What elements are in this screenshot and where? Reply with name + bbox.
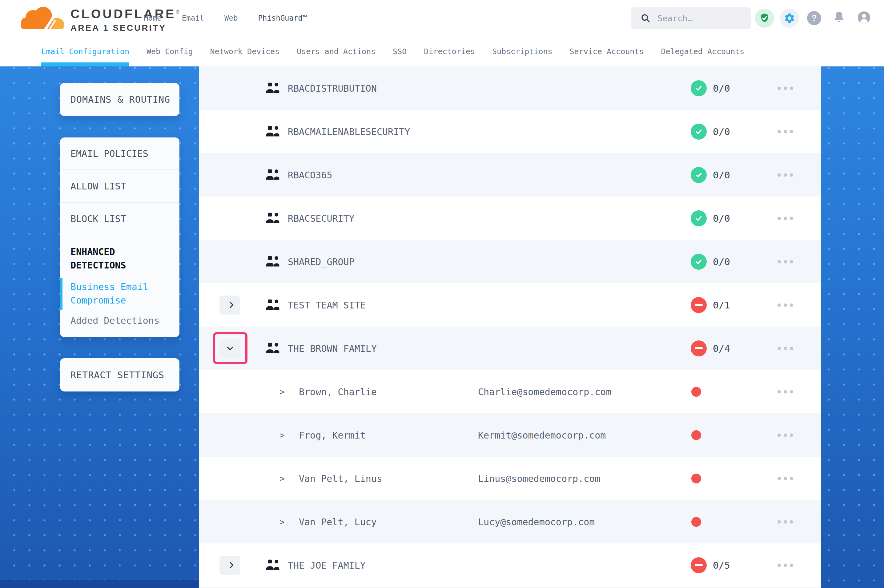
- expand-toggle-button[interactable]: [219, 296, 241, 315]
- nav-web[interactable]: Web: [224, 14, 238, 22]
- minus-icon: [695, 347, 703, 350]
- member-email: Linus@somedemocorp.com: [478, 473, 600, 484]
- search-icon: [640, 13, 651, 23]
- table-row-member[interactable]: > Van Pelt, Lucy Lucy@somedemocorp.com: [199, 500, 821, 543]
- tab-directories[interactable]: Directories: [424, 36, 475, 66]
- chevron-right-icon[interactable]: >: [280, 517, 285, 527]
- sidebar-item-allow-list[interactable]: ALLOW LIST: [60, 170, 179, 202]
- check-icon: [694, 214, 703, 223]
- sidebar-item-block-list[interactable]: BLOCK LIST: [60, 202, 179, 235]
- chevron-down-icon: [227, 344, 233, 351]
- bell-icon: [832, 10, 846, 25]
- row-menu-button[interactable]: [777, 260, 793, 263]
- help-icon: ?: [811, 13, 816, 23]
- table-row-member[interactable]: > Frog, Kermit Kermit@somedemocorp.com: [199, 413, 821, 457]
- row-menu-button[interactable]: [777, 86, 793, 90]
- group-name: SHARED_GROUP: [288, 256, 355, 267]
- row-menu-button[interactable]: [777, 477, 793, 480]
- sidebar-item-domains-routing[interactable]: DOMAINS & ROUTING: [60, 83, 179, 116]
- status-badge-allowed: [691, 210, 707, 226]
- table-row-group[interactable]: TEST TEAM SITE 0/1: [199, 283, 821, 327]
- row-menu-button[interactable]: [777, 563, 793, 567]
- expand-toggle-button[interactable]: [219, 556, 241, 575]
- groups-table: RBACDISTRUBUTION 0/0 RBACMAILENABLESECUR…: [199, 66, 821, 588]
- minus-icon: [695, 304, 703, 306]
- user-icon: [857, 10, 871, 25]
- chevron-right-icon[interactable]: >: [280, 430, 285, 440]
- nav-home[interactable]: Home: [144, 14, 162, 22]
- tab-delegated-accounts[interactable]: Delegated Accounts: [661, 36, 744, 66]
- row-menu-button[interactable]: [777, 433, 793, 437]
- row-menu-button[interactable]: [777, 216, 793, 220]
- search-input[interactable]: [657, 14, 744, 23]
- table-row-group[interactable]: THE BROWN FAMILY 0/4: [199, 327, 821, 370]
- row-menu-button[interactable]: [777, 390, 793, 393]
- settings-button[interactable]: [780, 9, 799, 28]
- table-row-member[interactable]: > Brown, Charlie Charlie@somedemocorp.co…: [199, 370, 821, 413]
- table-row-member[interactable]: > Van Pelt, Linus Linus@somedemocorp.com: [199, 457, 821, 500]
- table-row-group[interactable]: RBACDISTRUBUTION 0/0: [199, 66, 821, 110]
- row-menu-button[interactable]: [777, 173, 793, 177]
- member-count: 0/0: [713, 126, 730, 137]
- member-email: Lucy@somedemocorp.com: [478, 516, 595, 527]
- sidebar-item-retract-settings[interactable]: RETRACT SETTINGS: [60, 358, 179, 392]
- top-header: CLOUDFLARE® AREA 1 SECURITY Home Email W…: [0, 0, 884, 36]
- tab-users-and-actions[interactable]: Users and Actions: [297, 36, 376, 66]
- status-badge-allowed: [691, 80, 707, 96]
- tab-email-configuration[interactable]: Email Configuration: [41, 36, 129, 66]
- row-menu-button[interactable]: [777, 303, 793, 307]
- row-menu-button[interactable]: [777, 130, 793, 133]
- group-icon: [265, 212, 281, 225]
- row-menu-button[interactable]: [777, 346, 793, 350]
- group-name: RBACSECURITY: [288, 213, 355, 224]
- group-icon: [265, 558, 281, 572]
- sidebar-label: BLOCK LIST: [71, 213, 126, 224]
- member-count: 0/0: [713, 256, 730, 267]
- group-name: RBACO365: [288, 170, 332, 180]
- table-row-group[interactable]: RBACMAILENABLESECURITY 0/0: [199, 110, 821, 153]
- gear-icon: [784, 12, 795, 24]
- notifications-button[interactable]: [832, 10, 846, 26]
- member-name: Brown, Charlie: [299, 386, 377, 397]
- top-navigation: Home Email Web PhishGuard™: [144, 0, 307, 36]
- row-menu-button[interactable]: [777, 520, 793, 524]
- sidebar-footer-band: [0, 580, 199, 588]
- help-button[interactable]: ?: [807, 11, 821, 25]
- tab-network-devices[interactable]: Network Devices: [210, 36, 280, 66]
- nav-phishguard[interactable]: PhishGuard™: [258, 14, 307, 22]
- group-icon: [265, 125, 281, 138]
- nav-email[interactable]: Email: [182, 14, 204, 22]
- member-email: Charlie@somedemocorp.com: [478, 386, 611, 397]
- status-badge-allowed: [691, 167, 707, 183]
- sidebar-item-email-policies[interactable]: EMAIL POLICIES: [60, 138, 179, 170]
- table-row-group[interactable]: RBACSECURITY 0/0: [199, 196, 821, 240]
- chevron-right-icon: [227, 302, 234, 308]
- group-icon: [265, 255, 281, 268]
- tab-subscriptions[interactable]: Subscriptions: [492, 36, 552, 66]
- tab-sso[interactable]: SSO: [393, 36, 407, 66]
- table-row-group[interactable]: THE JOE FAMILY 0/5: [199, 543, 821, 587]
- tab-web-config[interactable]: Web Config: [146, 36, 193, 66]
- security-status-button[interactable]: [755, 9, 774, 28]
- chevron-right-icon[interactable]: >: [280, 387, 285, 397]
- sidebar-card-policies: EMAIL POLICIES ALLOW LIST BLOCK LIST ENH…: [60, 138, 179, 337]
- check-icon: [694, 127, 703, 136]
- table-row-group[interactable]: SHARED_GROUP 0/0: [199, 240, 821, 283]
- member-count: 0/4: [713, 343, 730, 354]
- check-icon: [694, 257, 703, 266]
- group-icon: [265, 81, 281, 95]
- status-badge-allowed: [691, 254, 707, 270]
- search-box[interactable]: [631, 8, 751, 29]
- status-dot-blocked: [691, 517, 701, 527]
- tab-service-accounts[interactable]: Service Accounts: [570, 36, 644, 66]
- table-row-group[interactable]: RBACO365 0/0: [199, 153, 821, 196]
- chevron-right-icon[interactable]: >: [280, 473, 285, 483]
- collapse-toggle-button[interactable]: [219, 339, 241, 358]
- content-area: DOMAINS & ROUTING EMAIL POLICIES ALLOW L…: [0, 66, 884, 588]
- status-dot-blocked: [691, 430, 701, 440]
- sidebar-item-added-detections[interactable]: Added Detections: [71, 315, 170, 326]
- account-button[interactable]: [857, 10, 871, 26]
- status-badge-blocked: [691, 340, 707, 356]
- group-icon: [265, 168, 281, 182]
- sidebar-item-business-email-compromise[interactable]: Business Email Compromise: [71, 280, 151, 307]
